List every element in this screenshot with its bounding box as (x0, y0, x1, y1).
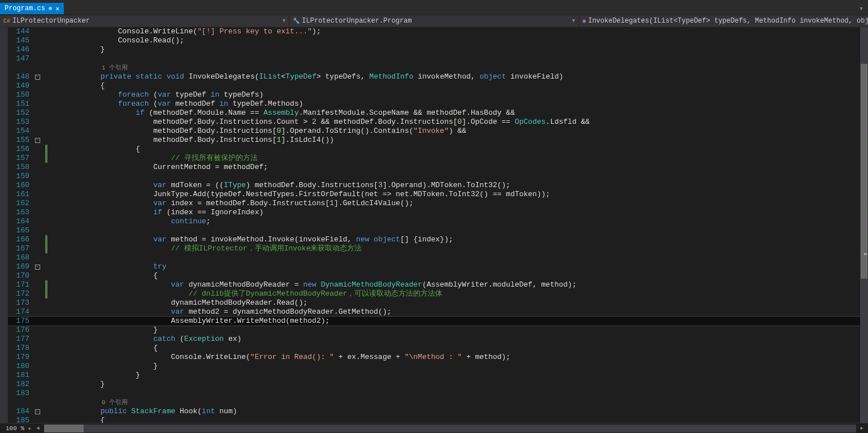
code-line[interactable]: 161 JunkType.Add(typeDef.NestedTypes.Fir… (8, 190, 868, 199)
code-line[interactable]: 159 (8, 172, 868, 181)
fold-gutter[interactable]: - (29, 136, 45, 145)
code-text[interactable]: try (47, 262, 868, 271)
tab-dropdown-icon[interactable]: ▾ (854, 4, 868, 13)
fold-gutter[interactable] (29, 99, 45, 109)
file-tab[interactable]: Program.cs ⊕ ✕ (0, 3, 64, 14)
code-line[interactable]: 156 { (8, 145, 868, 154)
fold-gutter[interactable] (29, 199, 45, 208)
fold-gutter[interactable] (29, 271, 45, 280)
code-text[interactable]: } (47, 371, 868, 380)
fold-gutter[interactable] (29, 154, 45, 163)
code-text[interactable]: CurrentMethod = methodDef; (47, 163, 868, 172)
fold-gutter[interactable] (29, 326, 45, 335)
fold-gutter[interactable]: - (29, 72, 45, 81)
code-text[interactable]: { (47, 81, 868, 90)
code-line[interactable]: 182 } (8, 380, 868, 389)
code-line[interactable]: 183 (8, 389, 868, 398)
code-text[interactable] (47, 54, 868, 63)
fold-gutter[interactable] (29, 90, 45, 99)
code-editor[interactable]: 144 Console.WriteLine("[!] Press key to … (0, 27, 868, 423)
scroll-thumb[interactable] (861, 64, 867, 279)
code-text[interactable]: // 寻找所有被保护的方法 (47, 154, 868, 163)
fold-gutter[interactable] (29, 235, 45, 244)
code-text[interactable]: } (47, 326, 868, 335)
code-line[interactable]: 172 // dnlib提供了DynamicMethodBodyReader，可… (8, 289, 868, 298)
close-icon[interactable]: ✕ (55, 5, 59, 13)
code-text[interactable] (47, 253, 868, 262)
code-text[interactable]: } (47, 362, 868, 371)
code-text[interactable]: // dnlib提供了DynamicMethodBodyReader，可以读取动… (47, 289, 868, 298)
code-line[interactable]: 144 Console.WriteLine("[!] Press key to … (8, 27, 868, 36)
nav-namespace-dropdown[interactable]: C# ILProtectorUnpacker ▼ (0, 16, 289, 26)
code-line[interactable]: 151 foreach (var methodDef in typeDef.Me… (8, 99, 868, 109)
code-text[interactable] (47, 389, 868, 398)
code-text[interactable]: if (methodDef.Module.Name == Assembly.Ma… (47, 109, 868, 118)
pin-icon[interactable]: ⊕ (49, 5, 52, 12)
code-text[interactable]: JunkType.Add(typeDef.NestedTypes.FirstOr… (47, 190, 868, 199)
fold-gutter[interactable]: - (29, 262, 45, 271)
hscroll-thumb[interactable] (44, 425, 84, 432)
code-text[interactable]: // 模拟ILProtector，手动调用Invoke来获取动态方法 (47, 244, 868, 253)
fold-gutter[interactable] (29, 172, 45, 181)
code-text[interactable]: private static void InvokeDelegates(ILis… (47, 72, 868, 81)
code-line[interactable]: 154 methodDef.Body.Instructions[0].Opera… (8, 127, 868, 136)
code-line[interactable]: 177 catch (Exception ex) (8, 335, 868, 344)
code-text[interactable] (47, 172, 868, 181)
fold-gutter[interactable] (29, 27, 45, 36)
code-text[interactable]: { (47, 416, 868, 423)
fold-gutter[interactable] (29, 380, 45, 389)
code-line[interactable]: 148- private static void InvokeDelegates… (8, 72, 868, 81)
code-text[interactable]: foreach (var methodDef in typeDef.Method… (47, 99, 868, 109)
fold-gutter[interactable] (29, 244, 45, 253)
code-text[interactable]: var method = invokeMethod.Invoke(invokeF… (47, 235, 868, 244)
code-line[interactable]: 169- try (8, 262, 868, 271)
code-line[interactable]: 146 } (8, 45, 868, 54)
code-text[interactable]: } (47, 45, 868, 54)
code-line[interactable]: 178 { (8, 344, 868, 353)
code-line[interactable]: 185 { (8, 416, 868, 423)
code-line[interactable]: 164 continue; (8, 217, 868, 226)
fold-gutter[interactable] (29, 317, 45, 326)
code-text[interactable]: var dynamicMethodBodyReader = new Dynami… (47, 280, 868, 289)
code-text[interactable]: methodDef.Body.Instructions[1].IsLdcI4()… (47, 136, 868, 145)
fold-gutter[interactable] (29, 190, 45, 199)
code-text[interactable]: var method2 = dynamicMethodBodyReader.Ge… (47, 308, 868, 317)
code-text[interactable]: catch (Exception ex) (47, 335, 868, 344)
code-text[interactable]: continue; (47, 217, 868, 226)
fold-gutter[interactable] (29, 353, 45, 362)
nav-class-dropdown[interactable]: 🔧 ILProtectorUnpacker.Program ▼ (289, 16, 579, 26)
code-line[interactable]: 160 var mdToken = ((IType) methodDef.Bod… (8, 181, 868, 190)
code-text[interactable]: var index = methodDef.Body.Instructions[… (47, 199, 868, 208)
code-line[interactable]: 168 (8, 253, 868, 262)
code-text[interactable]: var mdToken = ((IType) methodDef.Body.In… (47, 181, 868, 190)
code-text[interactable]: { (47, 344, 868, 353)
code-line[interactable]: 150 foreach (var typeDef in typeDefs) (8, 90, 868, 99)
scroll-right-icon[interactable]: ► (858, 426, 866, 431)
fold-gutter[interactable] (29, 253, 45, 262)
code-text[interactable]: methodDef.Body.Instructions.Count > 2 &&… (47, 118, 868, 127)
codelens[interactable]: 0 个引用 (8, 398, 868, 407)
code-line[interactable]: 145 Console.Read(); (8, 36, 868, 45)
code-line[interactable]: 179 Console.WriteLine("Error in Read(): … (8, 353, 868, 362)
fold-gutter[interactable] (29, 127, 45, 136)
fold-gutter[interactable] (29, 217, 45, 226)
fold-gutter[interactable] (29, 163, 45, 172)
code-line[interactable]: 166 var method = invokeMethod.Invoke(inv… (8, 235, 868, 244)
code-text[interactable]: public StackFrame Hook(int num) (47, 407, 868, 416)
code-line[interactable]: 167 // 模拟ILProtector，手动调用Invoke来获取动态方法 (8, 244, 868, 253)
code-line[interactable]: 171 var dynamicMethodBodyReader = new Dy… (8, 280, 868, 289)
vertical-scrollbar[interactable] (860, 27, 868, 423)
fold-gutter[interactable] (29, 308, 45, 317)
code-text[interactable] (47, 226, 868, 235)
fold-gutter[interactable] (29, 298, 45, 308)
fold-gutter[interactable] (29, 109, 45, 118)
code-line[interactable]: 173 dynamicMethodBodyReader.Read(); (8, 298, 868, 308)
code-line[interactable]: 149 { (8, 81, 868, 90)
codelens[interactable]: 1 个引用 (8, 63, 868, 72)
code-line[interactable]: 162 var index = methodDef.Body.Instructi… (8, 199, 868, 208)
fold-gutter[interactable] (29, 389, 45, 398)
fold-gutter[interactable] (29, 344, 45, 353)
zoom-level[interactable]: 100 % ▼ (2, 425, 34, 432)
nav-method-dropdown[interactable]: ◉ InvokeDelegates(IList<TypeDef> typeDef… (579, 16, 868, 26)
fold-gutter[interactable] (29, 118, 45, 127)
